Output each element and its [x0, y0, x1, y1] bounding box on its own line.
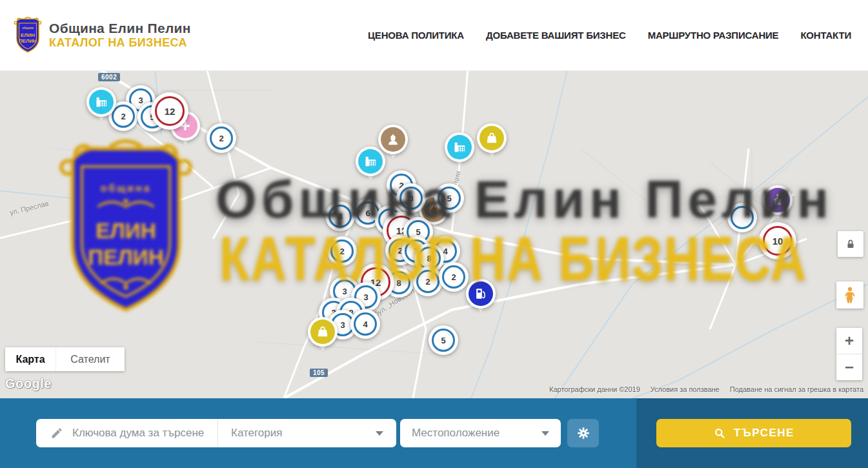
- search-icon: [713, 427, 726, 440]
- advanced-search-button[interactable]: [567, 419, 599, 447]
- church-pin[interactable]: [763, 185, 792, 215]
- gear-icon: [576, 426, 590, 440]
- cluster-count: 8: [396, 278, 401, 288]
- cluster-marker[interactable]: [727, 203, 757, 232]
- svg-text:община: община: [22, 25, 34, 29]
- lock-icon: [845, 238, 856, 250]
- svg-text:ЕЛИН: ЕЛИН: [21, 32, 35, 38]
- svg-text:ПЕЛИН: ПЕЛИН: [19, 37, 37, 43]
- cluster-marker[interactable]: 4: [325, 201, 355, 231]
- keyword-input[interactable]: [71, 426, 217, 440]
- road-shield: 105: [310, 369, 328, 377]
- cluster-ring: [731, 206, 754, 229]
- cluster-count: 3: [363, 292, 368, 302]
- nav-pricing-policy[interactable]: ЦЕНОВА ПОЛИТИКА: [368, 30, 464, 41]
- cluster-marker[interactable]: 3: [396, 183, 426, 213]
- cluster-count: 4: [363, 320, 367, 329]
- site-subtitle: КАТАЛОГ НА БИЗНЕСА: [49, 36, 191, 50]
- shopping-bag-icon: [310, 320, 335, 344]
- map-type-switcher: Карта Сателит: [5, 347, 125, 371]
- factory-icon: [447, 135, 472, 159]
- attribution-terms-link[interactable]: Условия за ползване: [651, 385, 720, 393]
- nav-add-business[interactable]: ДОБАВЕТЕ ВАШИЯТ БИЗНЕС: [486, 30, 626, 41]
- cluster-count: 2: [219, 134, 223, 143]
- pin-circle: [378, 125, 408, 154]
- chevron-down-icon: [541, 431, 549, 436]
- cluster-count: 3: [409, 194, 413, 203]
- fuel-icon: [469, 281, 493, 306]
- pin-circle: [86, 87, 116, 117]
- google-logo[interactable]: Google: [5, 376, 52, 391]
- location-fieldgroup: Местоположение: [400, 419, 561, 447]
- fuel-pin[interactable]: [466, 279, 496, 309]
- header: община ЕЛИН ПЕЛИН Община Елин Пелин КАТА…: [0, 0, 868, 71]
- search-button-label: ТЪРСЕНЕ: [734, 427, 794, 440]
- main-nav: ЦЕНОВА ПОЛИТИКА ДОБАВЕТЕ ВАШИЯТ БИЗНЕС М…: [368, 30, 851, 41]
- zoom-control: + −: [836, 328, 862, 380]
- map-type-satellite-button[interactable]: Сателит: [56, 347, 125, 371]
- search-bar: Категория Местоположение ТЪРСЕНЕ: [0, 398, 868, 468]
- factory-pin[interactable]: [445, 132, 474, 162]
- factory-pin[interactable]: [86, 87, 116, 117]
- keyword-category-fieldgroup: Категория: [36, 419, 396, 447]
- category-select[interactable]: Категория: [218, 427, 396, 440]
- attribution-copyright: Картографски данни ©2019: [549, 385, 640, 393]
- attribution-report-link[interactable]: Подаване на сигнал за грешка в картата: [730, 385, 863, 393]
- zoom-in-button[interactable]: +: [836, 328, 862, 354]
- pin-circle: [763, 185, 792, 215]
- keyword-field: [36, 426, 217, 440]
- pegman-icon: [842, 286, 858, 304]
- cluster-count: 5: [416, 227, 420, 237]
- site-title: Община Елин Пелин: [49, 21, 191, 36]
- cluster-marker[interactable]: 5: [429, 325, 458, 355]
- pencil-icon: [50, 427, 63, 440]
- cluster-count: 3: [342, 287, 347, 296]
- pin-circle: [477, 123, 507, 153]
- location-select[interactable]: Местоположение: [400, 427, 561, 440]
- cluster-count: 5: [441, 336, 445, 345]
- shopping-bag-pin[interactable]: [308, 317, 338, 347]
- church-icon: [765, 188, 790, 212]
- cluster-marker[interactable]: 4: [350, 309, 380, 339]
- cluster-count: 5: [447, 194, 451, 203]
- cluster-count: 4: [338, 212, 342, 221]
- cluster-count: 2: [425, 277, 430, 287]
- cluster-count: 12: [165, 106, 176, 117]
- chevron-down-icon: [376, 431, 383, 436]
- nav-contacts[interactable]: КОНТАКТИ: [800, 30, 851, 41]
- cluster-count: 3: [138, 96, 143, 105]
- search-submit-button[interactable]: ТЪРСЕНЕ: [656, 419, 851, 447]
- worker-pin[interactable]: [378, 125, 408, 154]
- worker-icon: [381, 127, 405, 152]
- cluster-marker[interactable]: 10: [759, 222, 796, 259]
- cluster-count: 6: [365, 209, 370, 218]
- cluster-marker[interactable]: 2: [439, 262, 469, 292]
- map-canvas[interactable]: ул. Преславбул. „Новоселции6002105325122…: [0, 71, 868, 398]
- cluster-marker[interactable]: 5: [434, 183, 464, 213]
- pin-circle: [466, 279, 496, 309]
- cluster-marker[interactable]: 2: [413, 267, 443, 296]
- site-logo[interactable]: община ЕЛИН ПЕЛИН Община Елин Пелин КАТА…: [13, 16, 191, 55]
- pin-circle: [308, 317, 338, 347]
- nav-route-schedule[interactable]: МАРШРУТНО РАЗПИСАНИЕ: [648, 30, 779, 41]
- shopping-bag-icon: [479, 126, 504, 150]
- cluster-marker[interactable]: 12: [151, 92, 188, 130]
- fullscreen-lock-button[interactable]: [838, 231, 863, 257]
- cluster-marker[interactable]: 2: [207, 123, 236, 153]
- location-select-label: Местоположение: [412, 427, 500, 440]
- cluster-count: 2: [339, 247, 344, 256]
- cluster-marker[interactable]: 2: [327, 236, 357, 266]
- cluster-count: 3: [340, 320, 345, 330]
- pin-circle: [445, 132, 474, 162]
- zoom-out-button[interactable]: −: [836, 354, 862, 380]
- pegman-control[interactable]: [836, 281, 863, 309]
- cluster-count: 2: [121, 112, 125, 121]
- road-shield: 6002: [98, 73, 120, 81]
- cluster-count: 2: [451, 272, 456, 282]
- municipal-crest-icon: община ЕЛИН ПЕЛИН: [13, 16, 43, 55]
- shopping-bag-pin[interactable]: [477, 123, 507, 153]
- cluster-count: 10: [772, 236, 783, 247]
- category-select-label: Категория: [231, 427, 282, 440]
- map-type-map-button[interactable]: Карта: [5, 347, 56, 371]
- map-attribution: Картографски данни ©2019 Условия за полз…: [549, 385, 863, 393]
